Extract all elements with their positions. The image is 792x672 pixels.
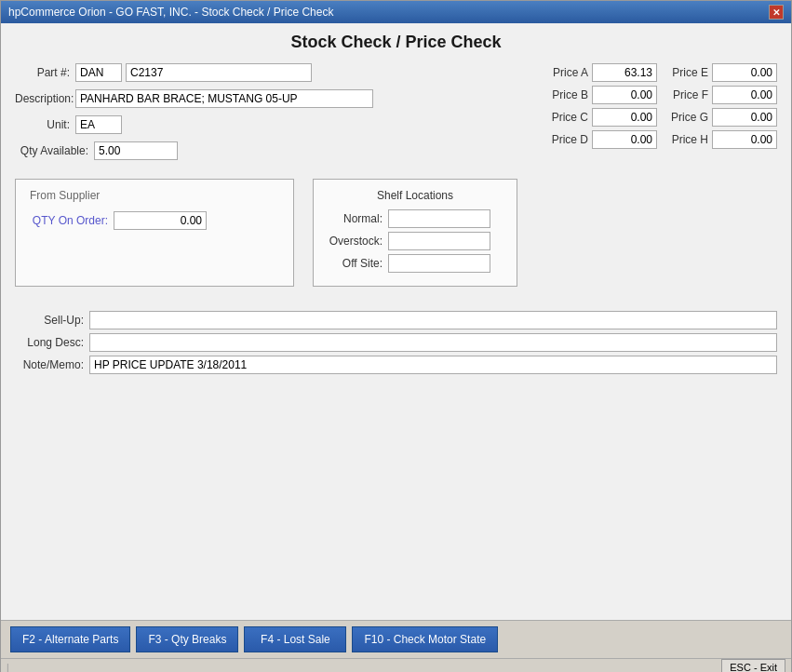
shelf-overstock-label: Overstock: [328,235,388,248]
f3-qty-breaks-button[interactable]: F3 - Qty Breaks [136,626,238,652]
shelf-offsite-row: Off Site: [328,254,503,273]
unit-input[interactable] [75,115,122,134]
shelf-overstock-input[interactable] [388,232,490,250]
sellup-input[interactable] [89,311,777,329]
notememo-label: Note/Memo: [15,358,89,371]
price-d-input[interactable] [592,130,657,149]
supplier-title: From Supplier [30,189,279,202]
shelf-offsite-input[interactable] [388,254,490,273]
main-window: hpCommerce Orion - GO FAST, INC. - Stock… [0,0,792,672]
shelf-normal-input[interactable] [388,209,490,228]
footer-bar: F2 - Alternate Parts F3 - Qty Breaks F4 … [1,620,791,671]
shelf-title: Shelf Locations [328,189,503,202]
price-d-row: Price D [546,130,657,149]
shelf-box: Shelf Locations Normal: Overstock: Off S… [313,179,517,287]
price-b-input[interactable] [592,86,657,104]
longdesc-row: Long Desc: [15,333,777,352]
prices-left-col: Price A Price B Price C Price D [546,63,657,164]
unit-row: Unit: [15,115,537,134]
price-c-row: Price C [546,108,657,127]
price-g-input[interactable] [712,108,777,127]
description-row: Description: [15,89,537,108]
close-button[interactable]: ✕ [769,5,784,20]
qty-available-input[interactable] [94,141,178,160]
longdesc-label: Long Desc: [15,336,89,349]
price-f-label: Price F [666,88,708,101]
qty-on-order-row: QTY On Order: [30,211,279,230]
main-area: Part #: Description: Unit: [15,63,777,611]
price-a-row: Price A [546,63,657,82]
footer-status: | ESC - Exit [1,658,791,672]
esc-exit-button[interactable]: ESC - Exit [721,659,785,672]
notememo-input[interactable] [89,356,777,374]
status-separator: | [7,663,9,673]
price-a-label: Price A [546,66,588,79]
bottom-fields: Sell-Up: Long Desc: Note/Memo: [15,311,777,374]
f10-check-motor-state-button[interactable]: F10 - Check Motor State [352,626,498,652]
qty-row: Qty Available: [15,141,537,160]
price-c-label: Price C [546,111,588,124]
part-label: Part #: [15,66,75,79]
left-fields: Part #: Description: Unit: [15,63,537,164]
part-number-input[interactable] [126,63,312,82]
f4-lost-sale-button[interactable]: F4 - Lost Sale [244,626,346,652]
price-g-label: Price G [666,111,708,124]
price-e-row: Price E [666,63,777,82]
footer-buttons: F2 - Alternate Parts F3 - Qty Breaks F4 … [1,621,791,658]
price-section: Price A Price B Price C Price D [546,63,777,164]
prices-right-col: Price E Price F Price G Price H [666,63,777,164]
shelf-normal-label: Normal: [328,212,388,225]
price-c-input[interactable] [592,108,657,127]
notememo-row: Note/Memo: [15,356,777,374]
shelf-normal-row: Normal: [328,209,503,228]
part-row: Part #: [15,63,537,82]
longdesc-input[interactable] [89,333,777,352]
f2-alternate-parts-button[interactable]: F2 - Alternate Parts [10,626,130,652]
price-f-row: Price F [666,86,777,104]
price-h-row: Price H [666,130,777,149]
qty-on-order-label: QTY On Order: [30,214,114,227]
title-bar: hpCommerce Orion - GO FAST, INC. - Stock… [1,1,791,23]
shelf-overstock-row: Overstock: [328,232,503,250]
price-e-label: Price E [666,66,708,79]
window-title: hpCommerce Orion - GO FAST, INC. - Stock… [8,6,333,19]
description-label: Description: [15,92,75,105]
price-h-input[interactable] [712,130,777,149]
page-title: Stock Check / Price Check [15,33,777,52]
unit-label: Unit: [15,118,75,131]
qty-label: Qty Available: [15,144,94,157]
content-area: Stock Check / Price Check Part #: Descri… [1,23,791,620]
part-prefix-input[interactable] [75,63,122,82]
price-b-row: Price B [546,86,657,104]
price-d-label: Price D [546,133,588,146]
supplier-box: From Supplier QTY On Order: [15,179,294,287]
shelf-offsite-label: Off Site: [328,257,388,270]
top-section: Part #: Description: Unit: [15,63,777,164]
middle-section: From Supplier QTY On Order: Shelf Locati… [15,179,777,287]
description-input[interactable] [75,89,373,108]
price-g-row: Price G [666,108,777,127]
price-h-label: Price H [666,133,708,146]
price-a-input[interactable] [592,63,657,82]
close-icon: ✕ [772,7,780,18]
qty-on-order-input[interactable] [114,211,207,230]
price-f-input[interactable] [712,86,777,104]
price-b-label: Price B [546,88,588,101]
price-e-input[interactable] [712,63,777,82]
sellup-row: Sell-Up: [15,311,777,329]
sellup-label: Sell-Up: [15,314,89,327]
